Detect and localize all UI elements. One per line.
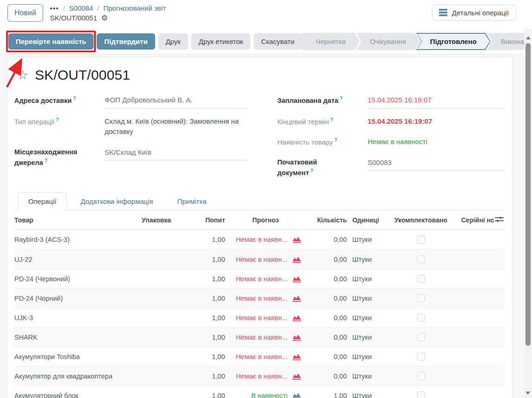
cell-unit[interactable]: Штуки bbox=[347, 275, 386, 283]
cell-quantity[interactable]: 0,00 bbox=[306, 236, 347, 243]
check-availability-button[interactable]: Перевірте наявність bbox=[8, 33, 94, 50]
forecast-status-text[interactable]: Немає в наявн... bbox=[236, 353, 288, 360]
column-header-quantity[interactable]: Кількість bbox=[306, 216, 347, 224]
cell-quantity[interactable]: 0,00 bbox=[306, 275, 347, 283]
done-checkbox[interactable] bbox=[417, 353, 425, 360]
new-button[interactable]: Новий bbox=[7, 4, 43, 22]
table-row[interactable]: Raybird-3 (ACS-3) 1,00 Немає в наявн... … bbox=[14, 230, 505, 249]
cell-unit[interactable]: Штуки bbox=[347, 256, 386, 263]
cell-product[interactable]: Raybird-3 (ACS-3) bbox=[14, 236, 135, 243]
status-step-ready[interactable]: Підготовлено bbox=[416, 33, 491, 50]
cell-unit[interactable]: Штуки bbox=[347, 334, 386, 341]
breadcrumb-link-parent[interactable]: S00084 bbox=[69, 4, 93, 12]
field-value-scheduled-date[interactable]: 15.04.2025 16:19:07 bbox=[368, 95, 505, 108]
forecast-chart-icon[interactable] bbox=[292, 256, 301, 263]
field-value-operation-type[interactable]: Склад м. Київ (основний): Замовлення на … bbox=[105, 116, 261, 139]
cell-product[interactable]: UJ-22 bbox=[14, 256, 135, 263]
cell-quantity[interactable]: 0,00 bbox=[306, 295, 347, 302]
cell-quantity[interactable]: 1,00 bbox=[306, 392, 347, 398]
cell-quantity[interactable]: 0,00 bbox=[306, 353, 347, 360]
field-value-source-document[interactable]: S00083 bbox=[368, 158, 505, 171]
help-icon[interactable]: ? bbox=[330, 117, 333, 122]
table-row[interactable]: UJK-3 1,00 Немає в наявн... 0,00 Штуки bbox=[14, 308, 505, 327]
vertical-scrollbar[interactable] bbox=[524, 29, 532, 398]
forecast-status-text[interactable]: Немає в наявн... bbox=[236, 256, 288, 263]
cell-quantity[interactable]: 0,00 bbox=[306, 314, 347, 322]
help-icon[interactable]: ? bbox=[73, 96, 76, 101]
forecast-status-text[interactable]: Немає в наявн... bbox=[236, 236, 288, 243]
forecast-status-text[interactable]: Немає в наявн... bbox=[236, 373, 288, 380]
table-row[interactable]: Акумулятор для квадракоптера 1,00 Немає … bbox=[14, 366, 505, 385]
cell-unit[interactable]: Штуки bbox=[347, 314, 386, 322]
cell-unit[interactable]: Штуки bbox=[347, 373, 386, 380]
cell-forecast[interactable]: Немає в наявн... bbox=[225, 314, 306, 322]
cell-demand[interactable]: 1,00 bbox=[176, 392, 225, 398]
gear-icon[interactable]: ⚙ bbox=[101, 14, 108, 22]
cell-product[interactable]: UJK-3 bbox=[14, 314, 135, 322]
cell-demand[interactable]: 1,00 bbox=[176, 314, 225, 322]
table-row[interactable]: Акумуляторний блок 1,00 В наявності 1,00… bbox=[14, 385, 505, 398]
cell-forecast[interactable]: Немає в наявн... bbox=[225, 236, 306, 243]
forecast-status-text[interactable]: Немає в наявн... bbox=[236, 295, 288, 302]
scrollbar-down-arrow-icon[interactable] bbox=[526, 392, 530, 395]
tab-operations[interactable]: Операції bbox=[18, 192, 67, 210]
table-row[interactable]: UJ-22 1,00 Немає в наявн... 0,00 Штуки bbox=[14, 249, 505, 269]
forecast-chart-icon[interactable] bbox=[292, 275, 301, 283]
forecast-chart-icon[interactable] bbox=[292, 353, 301, 360]
cell-demand[interactable]: 1,00 bbox=[176, 256, 225, 263]
column-header-packaging[interactable]: Упаковка bbox=[135, 216, 176, 224]
cell-product[interactable]: Акумулятор для квадракоптера bbox=[14, 373, 135, 380]
column-header-demand[interactable]: Попит bbox=[176, 216, 225, 224]
cell-quantity[interactable]: 0,00 bbox=[306, 373, 347, 380]
done-checkbox[interactable] bbox=[417, 255, 425, 263]
favorite-star-icon[interactable]: ☆ bbox=[17, 69, 28, 82]
cell-forecast[interactable]: Немає в наявн... bbox=[225, 275, 306, 283]
forecast-chart-icon[interactable] bbox=[292, 236, 301, 243]
forecast-chart-icon[interactable] bbox=[292, 295, 301, 302]
cell-forecast[interactable]: В наявності bbox=[225, 392, 306, 398]
table-row[interactable]: SHARK 1,00 Немає в наявн... 0,00 Штуки bbox=[14, 327, 505, 347]
cell-demand[interactable]: 1,00 bbox=[176, 295, 225, 302]
cell-quantity[interactable]: 0,00 bbox=[306, 334, 347, 341]
scrollbar-thumb[interactable] bbox=[526, 43, 531, 346]
status-step-draft[interactable]: Чернетка bbox=[302, 33, 360, 50]
detailed-operations-button[interactable]: Детальні операції bbox=[432, 5, 516, 20]
scrollbar-up-arrow-icon[interactable] bbox=[526, 36, 531, 39]
done-checkbox[interactable] bbox=[417, 275, 425, 283]
column-header-serial[interactable]: Серійні нс bbox=[456, 216, 505, 224]
column-header-product[interactable]: Товар bbox=[14, 216, 135, 224]
cell-demand[interactable]: 1,00 bbox=[176, 334, 225, 341]
done-checkbox[interactable] bbox=[417, 294, 425, 302]
print-button[interactable]: Друк bbox=[158, 33, 188, 50]
confirm-button[interactable]: Підтвердити bbox=[97, 33, 155, 50]
cell-product[interactable]: Акумуляторний блок bbox=[14, 392, 135, 398]
tab-note[interactable]: Примітка bbox=[167, 192, 217, 210]
forecast-status-text[interactable]: Немає в наявн... bbox=[236, 275, 288, 283]
done-checkbox[interactable] bbox=[417, 314, 425, 322]
done-checkbox[interactable] bbox=[417, 372, 425, 380]
table-row[interactable]: PD-24 (Червоний) 1,00 Немає в наявн... 0… bbox=[14, 269, 505, 288]
field-value-delivery-address[interactable]: ФОП Добровольський В. А. bbox=[105, 95, 248, 108]
forecast-chart-icon[interactable] bbox=[292, 373, 301, 380]
print-labels-button[interactable]: Друк етикеток bbox=[191, 33, 250, 50]
forecast-status-text[interactable]: Немає в наявн... bbox=[236, 314, 288, 322]
cell-product[interactable]: SHARK bbox=[14, 334, 135, 341]
forecast-chart-icon[interactable] bbox=[292, 392, 301, 398]
cell-forecast[interactable]: Немає в наявн... bbox=[225, 373, 306, 380]
cell-unit[interactable]: Штуки bbox=[347, 295, 386, 302]
cell-product[interactable]: Акумулятори Toshiba bbox=[14, 353, 135, 360]
forecast-status-text[interactable]: Немає в наявн... bbox=[236, 334, 288, 341]
help-icon[interactable]: ? bbox=[334, 138, 337, 143]
done-checkbox[interactable] bbox=[417, 392, 425, 398]
cell-unit[interactable]: Штуки bbox=[347, 236, 386, 243]
cell-forecast[interactable]: Немає в наявн... bbox=[225, 295, 306, 302]
help-icon[interactable]: ? bbox=[340, 96, 343, 101]
cell-forecast[interactable]: Немає в наявн... bbox=[225, 353, 306, 360]
forecast-chart-icon[interactable] bbox=[292, 314, 301, 322]
cell-quantity[interactable]: 0,00 bbox=[306, 256, 347, 263]
forecast-status-text[interactable]: В наявності bbox=[251, 392, 288, 398]
breadcrumb-current[interactable]: Прогнозований звіт bbox=[103, 4, 166, 12]
breadcrumb-overflow-icon[interactable]: ●●● bbox=[50, 6, 59, 11]
table-row[interactable]: PD-24 (Чорний) 1,00 Немає в наявн... 0,0… bbox=[14, 288, 505, 308]
help-icon[interactable]: ? bbox=[56, 117, 59, 122]
